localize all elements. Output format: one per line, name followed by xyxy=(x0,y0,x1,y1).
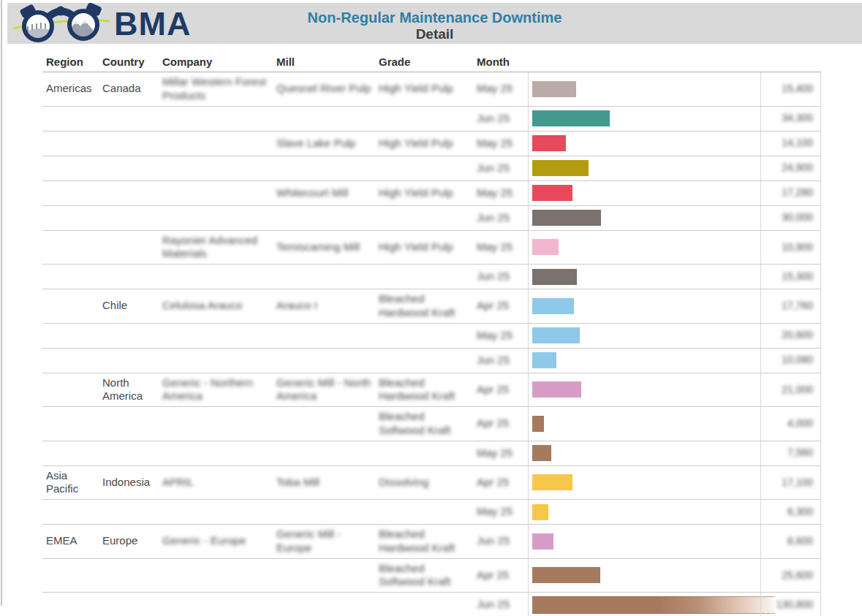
table-row: Jun 2534,300 xyxy=(42,107,821,132)
cell-grade: High Yield Pulp xyxy=(379,134,477,153)
cell-mill xyxy=(276,509,379,515)
cell-chart xyxy=(528,441,760,465)
cell-region xyxy=(42,190,102,196)
cell-chart xyxy=(528,407,760,441)
downtime-bar[interactable] xyxy=(532,298,574,314)
col-header-mill: Mill xyxy=(276,56,379,68)
cell-country xyxy=(102,602,162,608)
cell-region xyxy=(42,450,102,456)
page-left-border xyxy=(1,0,2,606)
cell-company: Millar Western Forest Products xyxy=(162,72,276,106)
value-label: 24,900 xyxy=(780,161,814,175)
downtime-bar[interactable] xyxy=(532,504,548,520)
cell-mill: Quesnel River Pulp xyxy=(276,79,379,99)
cell-mill xyxy=(276,421,379,427)
downtime-bar[interactable] xyxy=(532,596,775,614)
downtime-bar[interactable] xyxy=(532,269,577,285)
cell-month: May 25 xyxy=(477,237,528,257)
table-row: Jun 2530,000 xyxy=(42,206,821,231)
cell-company xyxy=(162,602,276,608)
value-label: 21,000 xyxy=(780,383,814,398)
cell-country: Canada xyxy=(102,79,162,99)
value-label: 6,300 xyxy=(786,505,814,520)
cell-country xyxy=(102,357,162,363)
downtime-bar[interactable] xyxy=(532,81,576,97)
downtime-bar[interactable] xyxy=(532,135,566,151)
table-row: Slave Lake PulpHigh Yield PulpMay 2514,1… xyxy=(42,132,821,156)
cell-country xyxy=(102,244,162,250)
cell-mill: Whitecourt Mill xyxy=(276,183,379,203)
cell-value: 17,280 xyxy=(760,181,821,205)
cell-company xyxy=(162,450,276,456)
cell-month: Jun 25 xyxy=(477,208,528,228)
cell-country xyxy=(102,509,162,515)
table-row: Bleached Softwood KraftApr 254,000 xyxy=(42,407,821,441)
cell-month: May 25 xyxy=(477,326,528,346)
cell-country xyxy=(102,190,162,196)
col-header-month: Month xyxy=(477,56,528,68)
cell-grade xyxy=(379,115,477,121)
value-label: 17,760 xyxy=(780,299,814,313)
cell-company xyxy=(162,572,276,578)
cell-company xyxy=(162,332,276,338)
col-header-country: Country xyxy=(102,56,162,68)
cell-chart xyxy=(528,132,760,156)
cell-company: Rayonier Advanced Materials xyxy=(162,231,276,265)
table-row: Jun 2515,300 xyxy=(42,265,821,289)
downtime-bar[interactable] xyxy=(532,239,559,255)
downtime-bar[interactable] xyxy=(532,416,544,432)
cell-month: May 25 xyxy=(477,79,528,99)
cell-chart xyxy=(528,289,760,323)
table-row: Jun 2510,080 xyxy=(42,349,821,373)
cell-region xyxy=(42,274,102,280)
cell-value: 14,100 xyxy=(760,132,821,156)
cell-chart xyxy=(528,107,760,131)
value-label: 14,100 xyxy=(780,136,814,151)
cell-grade: Dissolving xyxy=(379,473,477,493)
downtime-bar[interactable] xyxy=(532,381,581,398)
cell-month: Apr 25 xyxy=(477,380,528,400)
downtime-bar[interactable] xyxy=(532,567,600,583)
cell-value: 20,600 xyxy=(760,324,821,348)
downtime-bar[interactable] xyxy=(532,533,553,550)
col-header-grade: Grade xyxy=(379,56,477,68)
cell-chart xyxy=(528,349,760,373)
cell-mill: Generic Mill - Europe xyxy=(276,525,379,558)
cell-grade xyxy=(379,450,477,456)
table-body: AmericasCanadaMillar Western Forest Prod… xyxy=(42,72,821,616)
cell-month: Apr 25 xyxy=(477,296,528,316)
downtime-bar[interactable] xyxy=(532,185,572,201)
cell-region xyxy=(42,140,102,146)
cell-country xyxy=(102,140,162,146)
downtime-bar[interactable] xyxy=(532,474,572,490)
downtime-bar[interactable] xyxy=(532,210,601,226)
cell-chart xyxy=(528,500,760,524)
cell-chart xyxy=(528,593,760,616)
cell-chart xyxy=(528,324,760,348)
value-label: 130,800 xyxy=(774,598,814,612)
cell-month: May 25 xyxy=(477,502,528,522)
value-label: 4,000 xyxy=(786,417,814,431)
cell-grade: Bleached Softwood Kraft xyxy=(379,559,477,593)
cell-value: 7,560 xyxy=(760,441,821,465)
table-row: EMEAEuropeGeneric - EuropeGeneric Mill -… xyxy=(42,525,821,559)
cell-mill xyxy=(276,572,379,578)
cell-mill xyxy=(276,357,379,363)
downtime-bar[interactable] xyxy=(532,352,556,368)
cell-grade xyxy=(379,602,477,608)
downtime-bar[interactable] xyxy=(532,160,589,176)
value-label: 25,600 xyxy=(780,569,814,583)
downtime-bar[interactable] xyxy=(532,110,610,126)
cell-value: 4,000 xyxy=(760,407,821,441)
downtime-bar[interactable] xyxy=(532,327,580,343)
cell-company xyxy=(162,274,276,280)
value-label: 30,000 xyxy=(780,210,814,225)
cell-country xyxy=(102,165,162,171)
cell-country xyxy=(102,572,162,578)
cell-region xyxy=(42,509,102,515)
value-label: 7,560 xyxy=(786,446,814,460)
cell-mill: Generic Mill - North America xyxy=(276,373,379,407)
value-label: 17,100 xyxy=(780,476,814,490)
cell-company xyxy=(162,190,276,196)
downtime-bar[interactable] xyxy=(532,445,551,461)
